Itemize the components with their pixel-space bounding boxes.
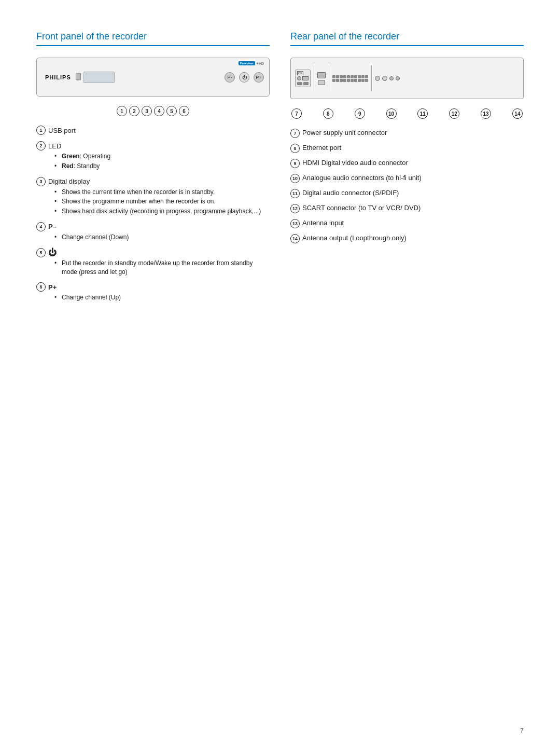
item-1-label: USB port <box>48 127 76 134</box>
hd-text: +HD <box>257 62 264 65</box>
right-num-7: 7 <box>290 129 300 138</box>
item-3-bullet-2: Shows the programme number when the reco… <box>54 197 270 206</box>
grid-c7 <box>354 75 357 78</box>
antenna-in-visual <box>375 76 380 81</box>
grid-c16 <box>351 79 354 82</box>
right-label-8: Ethernet port <box>302 143 341 153</box>
item-3-label: Digital display <box>48 177 90 185</box>
item-6-bullets: Change channel (Up) <box>54 293 270 302</box>
ce-text: CE <box>297 72 309 75</box>
right-num-13: 13 <box>290 219 300 228</box>
item-4: 4 P– Change channel (Down) <box>36 222 270 242</box>
rear-panel-title: Rear panel of the recorder <box>290 31 524 46</box>
p-minus-button-visual: P- <box>225 72 235 83</box>
grid-c5 <box>347 75 350 78</box>
right-item-7: 7 Power supply unit connector <box>290 128 524 138</box>
item-4-bullet-1: Change channel (Down) <box>54 233 270 242</box>
item-2-header: 2 LED <box>36 141 270 150</box>
rear-divider-3 <box>371 65 372 91</box>
right-item-13: 13 Antenna input <box>290 218 524 228</box>
right-num-10: 10 <box>290 174 300 183</box>
antenna-out-visual <box>382 76 387 81</box>
rear-power-icon <box>297 76 309 80</box>
grid-c19 <box>361 79 365 82</box>
rear-num-13: 13 <box>481 108 491 119</box>
right-item-9: 9 HDMI Digital video audio connector <box>290 158 524 168</box>
page-number: 7 <box>520 727 524 734</box>
rear-icon-2 <box>303 82 309 85</box>
rear-divider-2 <box>329 65 329 91</box>
right-label-11: Digital audio connector (S/PDIF) <box>302 188 399 198</box>
small-c1 <box>389 76 394 80</box>
rear-num-14: 14 <box>512 108 523 119</box>
grid-c10 <box>365 75 368 78</box>
rear-num-11: 11 <box>417 108 428 119</box>
brand-label: PHILIPS <box>45 74 71 80</box>
num-label-4: 4 <box>154 106 164 116</box>
grid-c12 <box>336 79 339 82</box>
grid-c14 <box>343 79 346 82</box>
right-num-11: 11 <box>290 189 300 198</box>
rear-icon-1 <box>297 82 302 85</box>
grid-c1 <box>332 75 335 78</box>
item-5-num: 5 <box>36 248 46 257</box>
grid-block <box>332 75 368 82</box>
front-buttons: P- ⏻ P+ <box>225 72 264 83</box>
right-num-8: 8 <box>290 144 300 153</box>
power-port-visual <box>297 76 301 80</box>
right-item-11: 11 Digital audio connector (S/PDIF) <box>290 188 524 198</box>
item-2-bullet-1: Green: Operating <box>54 152 270 161</box>
item-5: 5 ⏻ Put the recorder in standby mode/Wak… <box>36 248 270 277</box>
hd-label: Freeview +HD <box>239 61 264 65</box>
right-label-14: Antenna output (Loopthrough only) <box>302 234 407 243</box>
item-2-bullets: Green: Operating Red: Standby <box>54 152 270 171</box>
item-3-num: 3 <box>36 177 46 186</box>
left-column: Front panel of the recorder PHILIPS Free… <box>36 31 270 308</box>
small-port-visual <box>318 80 325 85</box>
right-column: Rear panel of the recorder CE <box>290 31 524 249</box>
num-label-6: 6 <box>179 106 189 116</box>
grid-c18 <box>358 79 361 82</box>
right-item-14: 14 Antenna output (Loopthrough only) <box>290 234 524 243</box>
grid-c15 <box>347 79 350 82</box>
item-6-header: 6 P+ <box>36 282 270 292</box>
item-3: 3 Digital display Shows the current time… <box>36 177 270 216</box>
item-3-bullet-1: Shows the current time when the recorder… <box>54 188 270 197</box>
front-panel-illustration: PHILIPS Freeview +HD P- ⏻ P+ <box>36 58 270 97</box>
item-5-label: ⏻ <box>48 248 57 257</box>
ethernet-block <box>317 72 326 85</box>
num-label-5: 5 <box>166 106 177 116</box>
item-2: 2 LED Green: Operating Red: Standby <box>36 141 270 171</box>
rear-inner: CE <box>291 58 523 99</box>
grid-c3 <box>340 75 343 78</box>
rear-divider-1 <box>314 65 314 91</box>
rear-num-9: 9 <box>355 108 365 119</box>
ce-block: CE <box>295 70 311 87</box>
num-label-2: 2 <box>129 106 139 116</box>
item-1-num: 1 <box>36 126 46 135</box>
grid-c13 <box>340 79 343 82</box>
standby-button-visual: ⏻ <box>239 72 249 83</box>
right-item-8: 8 Ethernet port <box>290 143 524 153</box>
rear-num-10: 10 <box>386 108 397 119</box>
item-4-bullets: Change channel (Down) <box>54 233 270 242</box>
right-label-10: Analogue audio connectors (to hi-fi unit… <box>302 173 422 183</box>
grid-c9 <box>361 75 365 78</box>
num-label-1: 1 <box>117 106 127 116</box>
rear-panel-num-labels: 7 8 9 10 11 12 13 14 <box>290 108 524 119</box>
right-num-12: 12 <box>290 204 300 213</box>
grid-c8 <box>358 75 361 78</box>
rear-num-7: 7 <box>291 108 302 119</box>
display-area-visual <box>83 72 115 83</box>
grid-c6 <box>351 75 354 78</box>
grid-c20 <box>365 79 368 82</box>
right-num-14: 14 <box>290 234 300 243</box>
rear-num-12: 12 <box>449 108 459 119</box>
item-6-num: 6 <box>36 282 46 292</box>
item-1: 1 USB port <box>36 126 270 135</box>
usb-slot-visual <box>76 73 81 80</box>
rear-bottom-icons <box>297 82 309 85</box>
item-3-header: 3 Digital display <box>36 177 270 186</box>
ethernet-port-visual <box>317 72 326 78</box>
item-5-header: 5 ⏻ <box>36 248 270 257</box>
